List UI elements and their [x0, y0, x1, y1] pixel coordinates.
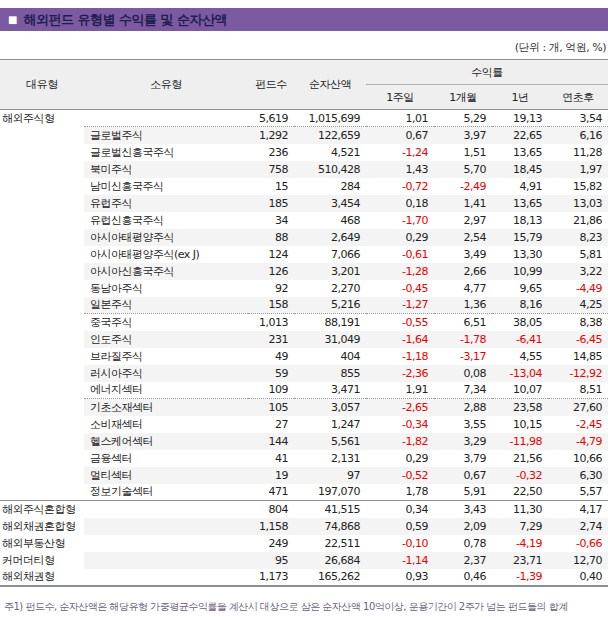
net-asset-cell: 2,649: [294, 229, 366, 246]
fund-count-cell: 1,173: [248, 569, 294, 586]
return-1w-cell: -0,61: [366, 246, 434, 263]
minor-type-cell: 러시아주식: [84, 365, 248, 382]
title-bar: ■ 해외펀드 유형별 수익률 및 순자산액: [0, 8, 608, 31]
major-type-cell: [0, 127, 84, 144]
col-header-net-asset: 순자산액: [294, 60, 366, 110]
fund-count-cell: 109: [248, 382, 294, 399]
return-ytd-cell: 12,70: [548, 552, 608, 569]
return-1m-cell: 5,70: [434, 161, 492, 178]
minor-type-cell: 아시아태평양주식: [84, 229, 248, 246]
return-ytd-cell: 4,25: [548, 297, 608, 314]
minor-type-cell: 인도주식: [84, 331, 248, 348]
minor-type-cell: [84, 501, 248, 518]
minor-type-cell: 아시아신흥국주식: [84, 263, 248, 280]
net-asset-cell: 5,216: [294, 297, 366, 314]
minor-type-cell: 글로벌주식: [84, 127, 248, 144]
minor-type-cell: [84, 110, 248, 127]
return-1m-cell: 3,29: [434, 433, 492, 450]
table-row: 아시아태평양주식882,6490,292,5415,798,23: [0, 229, 608, 246]
return-1m-cell: 3,43: [434, 501, 492, 518]
fund-returns-table: 대유형 소유형 펀드수 순자산액 수익률 1주일 1개월 1년 연초후 해외주식…: [0, 59, 608, 587]
table-row: 동남아주식922,270-0,454,779,65-4,49: [0, 280, 608, 297]
net-asset-cell: 88,191: [294, 314, 366, 331]
return-ytd-cell: 6,16: [548, 127, 608, 144]
return-1m-cell: 1,36: [434, 297, 492, 314]
return-1m-cell: -1,78: [434, 331, 492, 348]
return-1w-cell: -1,14: [366, 552, 434, 569]
major-type-cell: [0, 467, 84, 484]
net-asset-cell: 3,201: [294, 263, 366, 280]
return-1w-cell: -2,36: [366, 365, 434, 382]
net-asset-cell: 7,066: [294, 246, 366, 263]
minor-type-cell: 동남아주식: [84, 280, 248, 297]
return-1m-cell: 0,08: [434, 365, 492, 382]
return-1m-cell: -2,49: [434, 178, 492, 195]
major-type-cell: [0, 229, 84, 246]
minor-type-cell: 북미주식: [84, 161, 248, 178]
table-row: 유럽주식1853,4540,181,4113,6513,03: [0, 195, 608, 212]
return-ytd-cell: -0,66: [548, 535, 608, 552]
return-1y-cell: 22,50: [492, 484, 548, 501]
table-row: 일본주식1585,216-1,271,368,164,25: [0, 297, 608, 314]
return-1y-cell: 21,56: [492, 450, 548, 467]
fund-count-cell: 49: [248, 348, 294, 365]
fund-count-cell: 1,292: [248, 127, 294, 144]
table-row: 유럽신흥국주식34468-1,702,9718,1321,86: [0, 212, 608, 229]
net-asset-cell: 1,247: [294, 416, 366, 433]
fund-count-cell: 144: [248, 433, 294, 450]
return-ytd-cell: 4,17: [548, 501, 608, 518]
major-type-cell: [0, 314, 84, 331]
return-1y-cell: -13,04: [492, 365, 548, 382]
return-1m-cell: 2,97: [434, 212, 492, 229]
major-type-cell: [0, 331, 84, 348]
net-asset-cell: 97: [294, 467, 366, 484]
minor-type-cell: 소비재섹터: [84, 416, 248, 433]
return-1m-cell: 6,51: [434, 314, 492, 331]
table-row: 소비재섹터271,247-0,343,5510,15-2,45: [0, 416, 608, 433]
minor-type-cell: 남미신흥국주식: [84, 178, 248, 195]
return-ytd-cell: 1,97: [548, 161, 608, 178]
return-1w-cell: -1,24: [366, 144, 434, 161]
net-asset-cell: 2,270: [294, 280, 366, 297]
return-ytd-cell: 5,57: [548, 484, 608, 501]
return-1y-cell: 38,05: [492, 314, 548, 331]
minor-type-cell: 기초소재섹터: [84, 399, 248, 416]
return-1m-cell: 2,37: [434, 552, 492, 569]
return-ytd-cell: 6,30: [548, 467, 608, 484]
return-1y-cell: 13,65: [492, 195, 548, 212]
return-1m-cell: 4,77: [434, 280, 492, 297]
return-1m-cell: 5,91: [434, 484, 492, 501]
fund-count-cell: 471: [248, 484, 294, 501]
fund-count-cell: 758: [248, 161, 294, 178]
table-row: 해외주식형5,6191,015,6991,015,2919,133,54: [0, 110, 608, 127]
return-1m-cell: -3,17: [434, 348, 492, 365]
major-type-cell: [0, 178, 84, 195]
minor-type-cell: 금융섹터: [84, 450, 248, 467]
net-asset-cell: 74,868: [294, 518, 366, 535]
fund-count-cell: 126: [248, 263, 294, 280]
table-row: 해외채권형1,173165,2620,930,46-1,390,40: [0, 569, 608, 586]
return-1y-cell: 11,30: [492, 501, 548, 518]
return-1y-cell: -4,19: [492, 535, 548, 552]
return-1y-cell: 18,13: [492, 212, 548, 229]
table-row: 멀티섹터1997-0,520,67-0,326,30: [0, 467, 608, 484]
major-type-cell: [0, 144, 84, 161]
return-1w-cell: -1,27: [366, 297, 434, 314]
return-1m-cell: 3,49: [434, 246, 492, 263]
table-row: 러시아주식59855-2,360,08-13,04-12,92: [0, 365, 608, 382]
table-row: 인도주식23131,049-1,64-1,78-6,41-6,45: [0, 331, 608, 348]
return-1y-cell: 13,65: [492, 144, 548, 161]
net-asset-cell: 3,057: [294, 399, 366, 416]
table-row: 해외부동산형24922,511-0,100,78-4,19-0,66: [0, 535, 608, 552]
return-1y-cell: -6,41: [492, 331, 548, 348]
table-row: 커머더티형9526,684-1,142,3723,7112,70: [0, 552, 608, 569]
net-asset-cell: 510,428: [294, 161, 366, 178]
minor-type-cell: 유럽신흥국주식: [84, 212, 248, 229]
return-1m-cell: 3,79: [434, 450, 492, 467]
return-1w-cell: 0,29: [366, 229, 434, 246]
table-row: 에너지섹터1093,4711,917,3410,078,51: [0, 382, 608, 399]
major-type-cell: [0, 280, 84, 297]
net-asset-cell: 4,521: [294, 144, 366, 161]
return-ytd-cell: 8,51: [548, 382, 608, 399]
return-1m-cell: 2,54: [434, 229, 492, 246]
